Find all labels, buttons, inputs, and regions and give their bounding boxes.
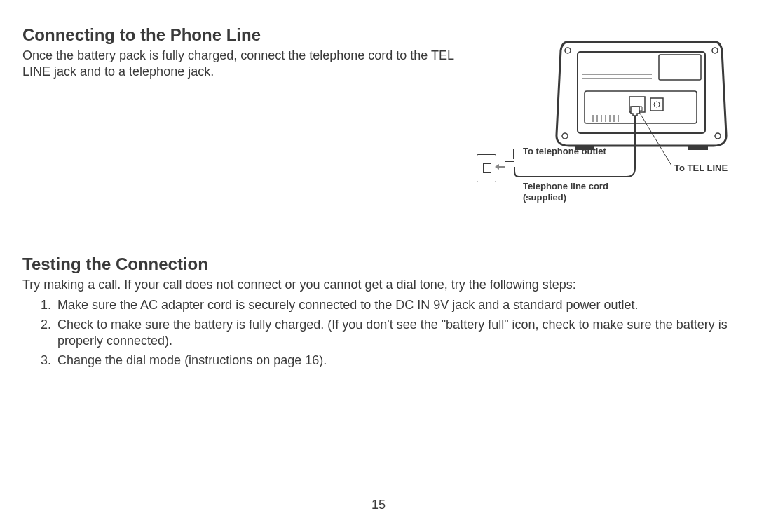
testing-step: Change the dial mode (instructions on pa…	[55, 353, 735, 369]
lead-line	[513, 149, 521, 159]
section-testing-intro: Try making a call. If your call does not…	[22, 277, 735, 293]
phone-line-figure: To telephone outlet To TEL LINE Telephon…	[477, 36, 729, 219]
testing-step: Check to make sure the battery is fully …	[55, 317, 735, 348]
figure-label-to-telline: To TEL LINE	[674, 163, 728, 174]
testing-steps-list: Make sure the AC adapter cord is securel…	[36, 297, 735, 369]
wall-jack-icon	[483, 163, 491, 173]
insert-arrow-icon	[496, 165, 505, 169]
wall-outlet-illustration	[477, 154, 496, 182]
svg-line-21	[639, 112, 671, 165]
figure-label-cord: Telephone line cord (supplied)	[523, 181, 649, 203]
rj-plug-icon	[505, 161, 514, 172]
figure-label-to-outlet: To telephone outlet	[523, 146, 606, 157]
section-testing-title: Testing the Connection	[22, 254, 735, 274]
testing-step: Make sure the AC adapter cord is securel…	[55, 297, 735, 313]
section-connecting-intro: Once the battery pack is fully charged, …	[22, 48, 457, 79]
section-testing: Testing the Connection Try making a call…	[22, 254, 735, 369]
manual-page: Connecting to the Phone Line Once the ba…	[0, 0, 757, 532]
page-number: 15	[0, 498, 757, 512]
